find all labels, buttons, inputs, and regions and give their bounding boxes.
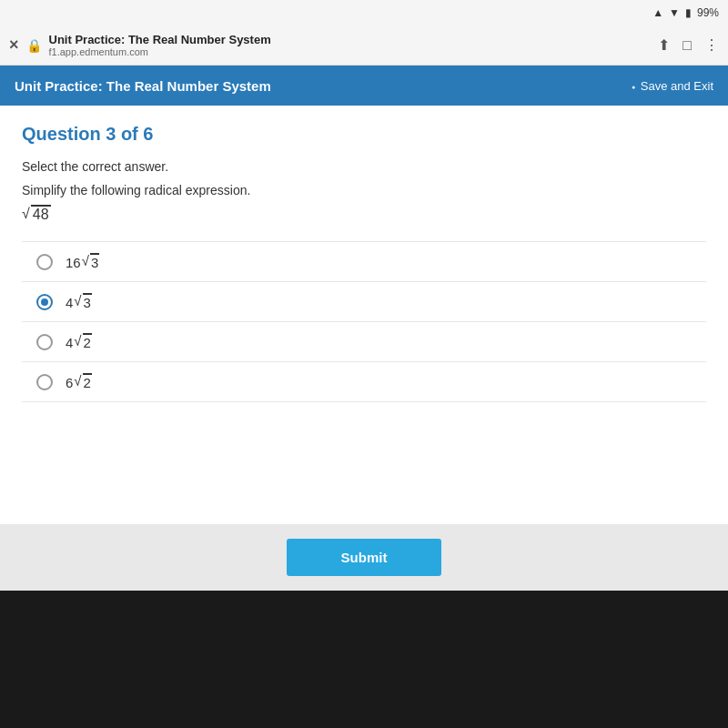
answer-option-b[interactable]: 4√3 [22,282,706,322]
answer-c-coeff: 4 [66,335,73,350]
answer-b-sqrt: √3 [74,293,92,310]
submit-area: Submit [0,524,728,591]
status-bar: ▲ ▼ ▮ 99% [0,0,728,25]
main-content: Question 3 of 6 Select the correct answe… [0,106,728,524]
bookmark-icon[interactable]: □ [682,37,692,54]
browser-title-area: Unit Practice: The Real Number System f1… [49,33,271,57]
save-and-exit-button[interactable]: ⬩ Save and Exit [630,78,713,93]
question-number: Question 3 of 6 [22,124,706,145]
status-icons: ▲ ▼ ▮ 99% [652,6,719,19]
answer-option-c[interactable]: 4√2 [22,322,706,362]
radio-b[interactable] [36,294,53,310]
answer-text-a: 16√3 [66,253,99,270]
answer-a-coeff: 16 [66,255,81,270]
radio-d[interactable] [36,374,53,390]
answer-a-radical: 3 [90,253,99,270]
sqrt-symbol: √48 [22,205,51,223]
share-icon[interactable]: ⬆ [658,36,670,54]
radicand: 48 [31,205,51,223]
more-icon[interactable]: ⋮ [704,36,719,54]
question-body: Simplify the following radical expressio… [22,183,706,197]
answer-a-sqrt: √3 [82,253,100,270]
answer-text-b: 4√3 [66,293,92,310]
answer-text-d: 6√2 [66,373,92,390]
browser-tab-title: Unit Practice: The Real Number System [49,33,271,46]
answer-c-radical: 2 [83,333,92,350]
app-header-title: Unit Practice: The Real Number System [15,78,271,94]
submit-button[interactable]: Submit [287,539,442,576]
save-exit-arrow-icon: ⬩ [630,78,637,93]
browser-right: ⬆ □ ⋮ [658,36,719,54]
answer-b-coeff: 4 [66,295,73,310]
answer-text-c: 4√2 [66,333,92,350]
signal-icon: ▲ [652,6,663,19]
save-exit-label: Save and Exit [641,79,713,93]
instruction-text: Select the correct answer. [22,159,706,174]
app-header: Unit Practice: The Real Number System ⬩ … [0,66,728,106]
browser-url: f1.app.edmentum.com [49,46,271,57]
answer-option-d[interactable]: 6√2 [22,362,706,402]
battery-percent: 99% [697,6,719,19]
answer-d-radical: 2 [83,373,92,390]
answer-option-a[interactable]: 16√3 [22,241,706,282]
answer-options: 16√3 4√3 4√2 6√2 [22,241,706,402]
browser-left: × 🔒 Unit Practice: The Real Number Syste… [9,33,271,57]
browser-close-button[interactable]: × [9,35,19,55]
radio-a[interactable] [36,254,53,270]
answer-c-sqrt: √2 [74,333,92,350]
answer-d-sqrt: √2 [74,373,92,390]
radio-c[interactable] [36,334,53,350]
answer-d-coeff: 6 [66,375,73,390]
browser-chrome: × 🔒 Unit Practice: The Real Number Syste… [0,25,728,66]
expression-display: √48 [22,205,706,223]
battery-icon: ▮ [685,6,692,19]
lock-icon: 🔒 [26,38,42,53]
answer-b-radical: 3 [83,293,92,310]
wifi-icon: ▼ [669,6,680,19]
